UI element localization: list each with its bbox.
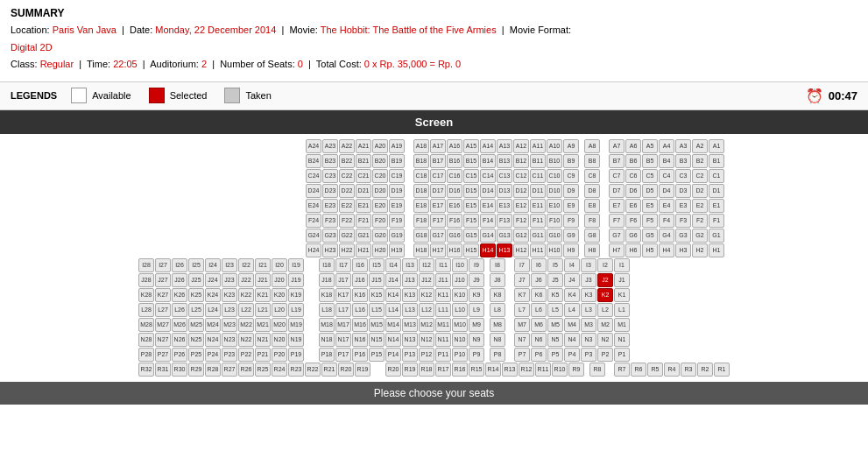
seat-p18[interactable]: P18 (319, 348, 335, 362)
seat-d15[interactable]: D15 (463, 184, 479, 198)
seat-r24[interactable]: R24 (272, 363, 287, 377)
seat-f6[interactable]: F6 (625, 214, 641, 228)
seat-h22[interactable]: H22 (339, 243, 355, 257)
seat-p10[interactable]: P10 (452, 348, 468, 362)
seat-g7[interactable]: G7 (609, 229, 625, 243)
seat-d6[interactable]: D6 (625, 184, 641, 198)
seat-b13[interactable]: B13 (497, 154, 512, 168)
seat-i27[interactable]: I27 (155, 258, 171, 272)
seat-n14[interactable]: N14 (385, 333, 401, 347)
seat-b2[interactable]: B2 (692, 154, 708, 168)
seat-i20[interactable]: I20 (272, 258, 287, 272)
seat-n9[interactable]: N9 (469, 333, 484, 347)
seat-l26[interactable]: L26 (172, 303, 187, 317)
seat-j26[interactable]: J26 (172, 273, 187, 287)
seat-a17[interactable]: A17 (430, 139, 446, 153)
seat-i9[interactable]: I9 (469, 258, 484, 272)
seat-n23[interactable]: N23 (222, 333, 237, 347)
seat-k20[interactable]: K20 (272, 288, 287, 302)
seat-i22[interactable]: I22 (238, 258, 254, 272)
seat-c20[interactable]: C20 (372, 169, 388, 183)
seat-l16[interactable]: L16 (352, 303, 368, 317)
seat-r13[interactable]: R13 (502, 363, 518, 377)
seat-k10[interactable]: K10 (452, 288, 468, 302)
seat-k23[interactable]: K23 (222, 288, 237, 302)
seat-m21[interactable]: M21 (255, 318, 271, 332)
seat-j3[interactable]: J3 (581, 273, 596, 287)
seat-i13[interactable]: I13 (402, 258, 418, 272)
seat-e20[interactable]: E20 (372, 199, 388, 213)
seat-b10[interactable]: B10 (547, 154, 562, 168)
seat-i26[interactable]: I26 (172, 258, 187, 272)
seat-l10[interactable]: L10 (452, 303, 468, 317)
seat-e15[interactable]: E15 (463, 199, 479, 213)
seat-p1[interactable]: P1 (614, 348, 630, 362)
seat-k18[interactable]: K18 (319, 288, 335, 302)
seat-f8[interactable]: F8 (584, 214, 600, 228)
seat-m25[interactable]: M25 (188, 318, 204, 332)
seat-b24[interactable]: B24 (306, 154, 321, 168)
seat-g2[interactable]: G2 (692, 229, 708, 243)
seat-l8[interactable]: L8 (490, 303, 505, 317)
seat-f17[interactable]: F17 (430, 214, 446, 228)
seat-m2[interactable]: M2 (597, 318, 613, 332)
seat-e3[interactable]: E3 (675, 199, 691, 213)
seat-n4[interactable]: N4 (564, 333, 580, 347)
seat-r28[interactable]: R28 (205, 363, 221, 377)
seat-d8[interactable]: D8 (584, 184, 600, 198)
seat-m19[interactable]: M19 (288, 318, 304, 332)
seat-g4[interactable]: G4 (659, 229, 674, 243)
seat-h23[interactable]: H23 (322, 243, 338, 257)
seat-j22[interactable]: J22 (238, 273, 254, 287)
seat-g3[interactable]: G3 (675, 229, 691, 243)
seat-n7[interactable]: N7 (514, 333, 530, 347)
seat-m6[interactable]: M6 (531, 318, 547, 332)
seat-e16[interactable]: E16 (447, 199, 462, 213)
seat-a9[interactable]: A9 (563, 139, 579, 153)
seat-n1[interactable]: N1 (614, 333, 630, 347)
seat-i14[interactable]: I14 (385, 258, 401, 272)
seat-c4[interactable]: C4 (659, 169, 674, 183)
seat-i19[interactable]: I19 (288, 258, 304, 272)
seat-e4[interactable]: E4 (659, 199, 674, 213)
seat-g14[interactable]: G14 (480, 229, 496, 243)
seat-g16[interactable]: G16 (447, 229, 462, 243)
seat-b3[interactable]: B3 (675, 154, 691, 168)
seat-p12[interactable]: P12 (419, 348, 434, 362)
seat-h2[interactable]: H2 (692, 243, 708, 257)
seat-l12[interactable]: L12 (419, 303, 434, 317)
seat-e7[interactable]: E7 (609, 199, 625, 213)
seat-a18[interactable]: A18 (413, 139, 429, 153)
seat-f14[interactable]: F14 (480, 214, 496, 228)
seat-j27[interactable]: J27 (155, 273, 171, 287)
seat-e14[interactable]: E14 (480, 199, 496, 213)
seat-l18[interactable]: L18 (319, 303, 335, 317)
seat-r21[interactable]: R21 (321, 363, 337, 377)
seat-r32[interactable]: R32 (138, 363, 154, 377)
seat-e1[interactable]: E1 (709, 199, 724, 213)
seat-r2[interactable]: R2 (697, 363, 713, 377)
seat-g17[interactable]: G17 (430, 229, 446, 243)
seat-p21[interactable]: P21 (255, 348, 271, 362)
seat-f3[interactable]: F3 (675, 214, 691, 228)
seat-c10[interactable]: C10 (547, 169, 562, 183)
seat-d5[interactable]: D5 (642, 184, 658, 198)
seat-p15[interactable]: P15 (369, 348, 385, 362)
seat-g20[interactable]: G20 (372, 229, 388, 243)
seat-e23[interactable]: E23 (322, 199, 338, 213)
seat-n26[interactable]: N26 (172, 333, 187, 347)
seat-d4[interactable]: D4 (659, 184, 674, 198)
seat-k4[interactable]: K4 (564, 288, 580, 302)
seat-a2[interactable]: A2 (692, 139, 708, 153)
seat-e5[interactable]: E5 (642, 199, 658, 213)
seat-k2[interactable]: K2 (597, 288, 613, 302)
seat-d1[interactable]: D1 (709, 184, 724, 198)
seat-c5[interactable]: C5 (642, 169, 658, 183)
seat-a24[interactable]: A24 (306, 139, 321, 153)
seat-r6[interactable]: R6 (631, 363, 646, 377)
seat-h7[interactable]: H7 (609, 243, 625, 257)
seat-b14[interactable]: B14 (480, 154, 496, 168)
seat-m10[interactable]: M10 (452, 318, 468, 332)
seat-l11[interactable]: L11 (435, 303, 451, 317)
seat-b23[interactable]: B23 (322, 154, 338, 168)
